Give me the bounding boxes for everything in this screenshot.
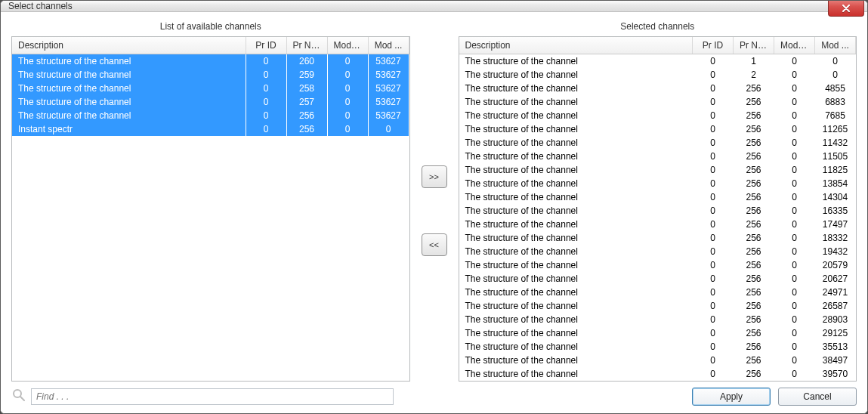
search-icon: [11, 388, 26, 405]
table-row[interactable]: The structure of the channel0259053627: [12, 68, 409, 82]
find-input[interactable]: [31, 388, 394, 405]
table-row[interactable]: The structure of the channel0256020627: [459, 272, 856, 286]
table-row[interactable]: The structure of the channel0256020579: [459, 258, 856, 272]
apply-button[interactable]: Apply: [692, 388, 771, 406]
col-modid[interactable]: Mod ID: [327, 37, 368, 54]
cell-prnum: 258: [286, 82, 327, 95]
cell-mod: 7685: [815, 109, 856, 122]
table-row[interactable]: The structure of the channel0256014304: [459, 190, 856, 204]
cell-prnum: 2: [734, 68, 774, 82]
table-row[interactable]: The structure of the channel0256024971: [459, 286, 856, 299]
cell-desc: The structure of the channel: [459, 95, 693, 109]
table-row[interactable]: The structure of the channel0258053627: [12, 82, 409, 95]
cell-prnum: 260: [286, 54, 327, 68]
col-mod[interactable]: Mod ...: [815, 37, 856, 54]
cell-prnum: 256: [734, 95, 774, 109]
cell-prnum: 256: [734, 163, 774, 177]
cell-modid: 0: [327, 122, 368, 136]
bottom-row: Apply Cancel: [11, 382, 857, 406]
cell-modid: 0: [327, 82, 368, 95]
cell-mod: 13854: [815, 177, 856, 190]
cell-prnum: 256: [734, 136, 774, 150]
cell-desc: The structure of the channel: [459, 204, 693, 218]
available-panel: List of available channels Description P…: [11, 18, 410, 382]
dialog-window: Select channels List of available channe…: [0, 0, 868, 414]
available-header-row[interactable]: Description Pr ID Pr Num Mod ID Mod ...: [12, 37, 409, 54]
selected-header-row[interactable]: Description Pr ID Pr Num Mod ID Mod ...: [459, 37, 856, 54]
col-description[interactable]: Description: [12, 37, 246, 54]
col-mod[interactable]: Mod ...: [368, 37, 409, 54]
remove-button[interactable]: <<: [422, 233, 447, 256]
cell-modid: 0: [774, 163, 815, 177]
table-row[interactable]: The structure of the channel0256017497: [459, 218, 856, 231]
selected-title: Selected channels: [459, 18, 857, 36]
table-row[interactable]: The structure of the channel0260053627: [12, 54, 409, 68]
cell-prid: 0: [246, 122, 286, 136]
col-description[interactable]: Description: [459, 37, 693, 54]
cell-prid: 0: [693, 218, 734, 231]
table-row[interactable]: The structure of the channel0256035513: [459, 340, 856, 354]
cancel-button[interactable]: Cancel: [778, 388, 857, 406]
table-row[interactable]: The structure of the channel0256016335: [459, 204, 856, 218]
cell-desc: The structure of the channel: [459, 299, 693, 313]
cell-prnum: 256: [734, 313, 774, 326]
cell-prid: 0: [693, 272, 734, 286]
table-row[interactable]: The structure of the channel0256011825: [459, 163, 856, 177]
cell-prid: 0: [693, 367, 734, 381]
cell-prnum: 256: [734, 218, 774, 231]
cell-modid: 0: [327, 95, 368, 109]
table-row[interactable]: The structure of the channel0256011265: [459, 122, 856, 136]
table-row[interactable]: The structure of the channel0256018332: [459, 231, 856, 245]
table-row[interactable]: Instant spectr025600: [12, 122, 409, 136]
table-row[interactable]: The structure of the channel0100: [459, 54, 856, 68]
col-prid[interactable]: Pr ID: [693, 37, 734, 54]
cell-prnum: 256: [286, 122, 327, 136]
col-prnum[interactable]: Pr Num: [286, 37, 327, 54]
table-row[interactable]: The structure of the channel0200: [459, 68, 856, 82]
window-title: Select channels: [8, 1, 73, 11]
table-row[interactable]: The structure of the channel0256029125: [459, 326, 856, 340]
cell-desc: The structure of the channel: [459, 190, 693, 204]
table-row[interactable]: The structure of the channel0257053627: [12, 95, 409, 109]
cell-prid: 0: [246, 68, 286, 82]
cell-desc: The structure of the channel: [459, 354, 693, 367]
table-row[interactable]: The structure of the channel0256053627: [12, 109, 409, 122]
col-prid[interactable]: Pr ID: [246, 37, 286, 54]
cell-modid: 0: [774, 326, 815, 340]
cell-prnum: 1: [734, 54, 774, 68]
cell-mod: 26587: [815, 299, 856, 313]
table-row[interactable]: The structure of the channel0256011505: [459, 150, 856, 163]
cell-prid: 0: [693, 150, 734, 163]
selected-grid[interactable]: Description Pr ID Pr Num Mod ID Mod ... …: [459, 37, 857, 381]
cell-prnum: 256: [734, 286, 774, 299]
col-prnum[interactable]: Pr Num: [734, 37, 774, 54]
table-row[interactable]: The structure of the channel0256026587: [459, 299, 856, 313]
cell-mod: 18332: [815, 231, 856, 245]
cell-mod: 16335: [815, 204, 856, 218]
cell-prnum: 256: [734, 109, 774, 122]
table-row[interactable]: The structure of the channel0256013854: [459, 177, 856, 190]
cell-modid: 0: [774, 231, 815, 245]
cell-prnum: 256: [734, 326, 774, 340]
table-row[interactable]: The structure of the channel0256038497: [459, 354, 856, 367]
table-row[interactable]: The structure of the channel0256019432: [459, 245, 856, 258]
table-row[interactable]: The structure of the channel0256039570: [459, 367, 856, 381]
cell-mod: 14304: [815, 190, 856, 204]
cell-prnum: 256: [734, 367, 774, 381]
table-row[interactable]: The structure of the channel025604855: [459, 82, 856, 95]
cell-modid: 0: [327, 54, 368, 68]
cell-modid: 0: [774, 54, 815, 68]
cell-modid: 0: [774, 150, 815, 163]
cell-desc: The structure of the channel: [459, 136, 693, 150]
cell-prid: 0: [246, 54, 286, 68]
add-button[interactable]: >>: [422, 165, 447, 188]
cell-modid: 0: [774, 177, 815, 190]
table-row[interactable]: The structure of the channel025606883: [459, 95, 856, 109]
col-modid[interactable]: Mod ID: [774, 37, 815, 54]
table-row[interactable]: The structure of the channel0256011432: [459, 136, 856, 150]
close-button[interactable]: [828, 0, 864, 17]
available-grid[interactable]: Description Pr ID Pr Num Mod ID Mod ... …: [12, 37, 409, 381]
table-row[interactable]: The structure of the channel0256028903: [459, 313, 856, 326]
titlebar[interactable]: Select channels: [1, 1, 867, 12]
table-row[interactable]: The structure of the channel025607685: [459, 109, 856, 122]
